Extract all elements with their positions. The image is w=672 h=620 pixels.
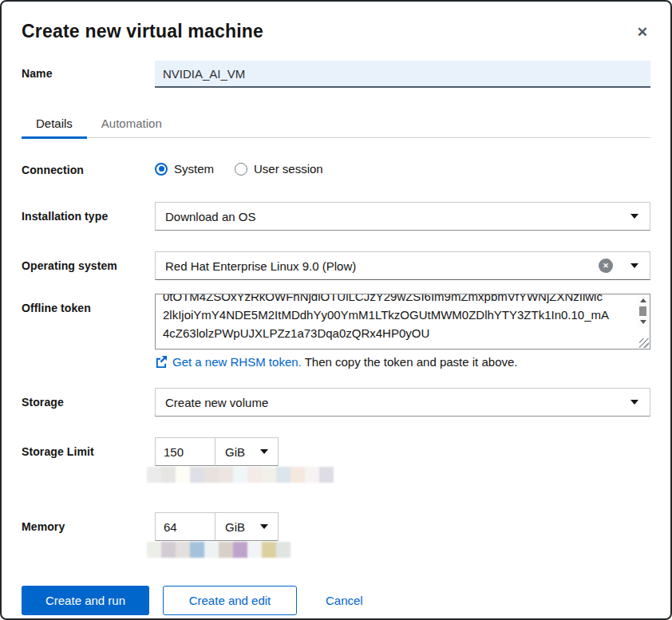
chevron-down-icon	[260, 449, 268, 454]
tab-details[interactable]: Details	[22, 110, 87, 137]
storage-limit-row: Storage Limit GiB	[22, 437, 650, 505]
token-help-text: Then copy the token and paste it above.	[302, 355, 518, 369]
connection-label: Connection	[22, 161, 155, 176]
dialog-header: Create new virtual machine ✕	[22, 21, 650, 48]
close-icon[interactable]: ✕	[637, 26, 648, 39]
offline-token-label: Offline token	[22, 294, 155, 314]
chevron-down-icon	[260, 524, 268, 529]
create-vm-dialog: Create new virtual machine ✕ Name Detail…	[0, 0, 672, 620]
memory-row: Memory GiB	[22, 512, 650, 579]
name-label: Name	[22, 61, 155, 80]
create-and-run-button[interactable]: Create and run	[22, 586, 149, 615]
connection-row: Connection System User session	[22, 161, 650, 176]
memory-unit-select[interactable]: GiB	[215, 512, 279, 541]
radio-system-label: System	[174, 162, 214, 176]
installation-type-select[interactable]: Download an OS	[155, 202, 650, 231]
storage-limit-unit-value: GiB	[225, 445, 260, 459]
vm-name-input[interactable]	[155, 61, 650, 88]
radio-user-session-label: User session	[254, 162, 323, 176]
dialog-footer: Create and run Create and edit Cancel	[22, 586, 650, 615]
operating-system-value: Red Hat Enterprise Linux 9.0 (Plow)	[165, 259, 599, 273]
tab-automation[interactable]: Automation	[87, 110, 176, 137]
storage-select[interactable]: Create new volume	[155, 388, 650, 417]
installation-type-label: Installation type	[22, 202, 155, 223]
storage-value: Create new volume	[165, 396, 630, 409]
tab-bar: Details Automation	[22, 110, 650, 138]
scrollbar-thumb[interactable]	[639, 306, 646, 316]
get-rhsm-token-link[interactable]: Get a new RHSM token.	[172, 355, 302, 369]
scroll-up-icon[interactable]	[637, 295, 649, 306]
chevron-down-icon	[630, 400, 638, 405]
chevron-down-icon	[630, 263, 638, 268]
clear-selection-icon[interactable]: ✕	[599, 259, 613, 273]
storage-label: Storage	[22, 388, 155, 409]
radio-unselected-icon[interactable]	[235, 163, 247, 176]
external-link-icon	[155, 356, 167, 368]
cancel-button[interactable]: Cancel	[326, 594, 363, 607]
create-and-edit-button[interactable]: Create and edit	[163, 586, 297, 615]
operating-system-select[interactable]: Red Hat Enterprise Linux 9.0 (Plow) ✕	[155, 251, 650, 280]
memory-input[interactable]	[155, 512, 215, 541]
radio-system[interactable]: System	[155, 162, 214, 176]
offline-token-textarea[interactable]: 0tOTM4ZSOxYzRkOWFhNjdiOTUiLCJzY29wZSI6Im…	[155, 294, 650, 349]
operating-system-label: Operating system	[22, 251, 155, 272]
scroll-down-icon[interactable]	[637, 317, 649, 327]
memory-unit-value: GiB	[225, 520, 260, 534]
dialog-title: Create new virtual machine	[22, 21, 650, 42]
chevron-down-icon	[630, 214, 638, 219]
storage-limit-input[interactable]	[155, 437, 215, 466]
radio-selected-icon[interactable]	[155, 163, 168, 176]
operating-system-row: Operating system Red Hat Enterprise Linu…	[22, 251, 650, 280]
scrollbar[interactable]	[637, 295, 649, 327]
radio-user-session[interactable]: User session	[235, 162, 323, 176]
installation-type-row: Installation type Download an OS	[22, 202, 650, 231]
memory-redacted-helper-text	[147, 542, 650, 558]
storage-limit-label: Storage Limit	[22, 437, 155, 458]
name-row: Name	[22, 61, 650, 88]
memory-label: Memory	[22, 512, 155, 533]
token-help-line: Get a new RHSM token. Then copy the toke…	[155, 355, 650, 369]
storage-row: Storage Create new volume	[22, 388, 650, 417]
offline-token-value: 0tOTM4ZSOxYzRkOWFhNjdiOTUiLCJzY29wZSI6Im…	[156, 294, 650, 342]
storage-redacted-helper-text	[147, 467, 650, 483]
offline-token-row: Offline token 0tOTM4ZSOxYzRkOWFhNjdiOTUi…	[22, 294, 650, 388]
installation-type-value: Download an OS	[165, 210, 630, 223]
resize-grip[interactable]	[639, 338, 649, 348]
storage-limit-unit-select[interactable]: GiB	[215, 437, 279, 466]
